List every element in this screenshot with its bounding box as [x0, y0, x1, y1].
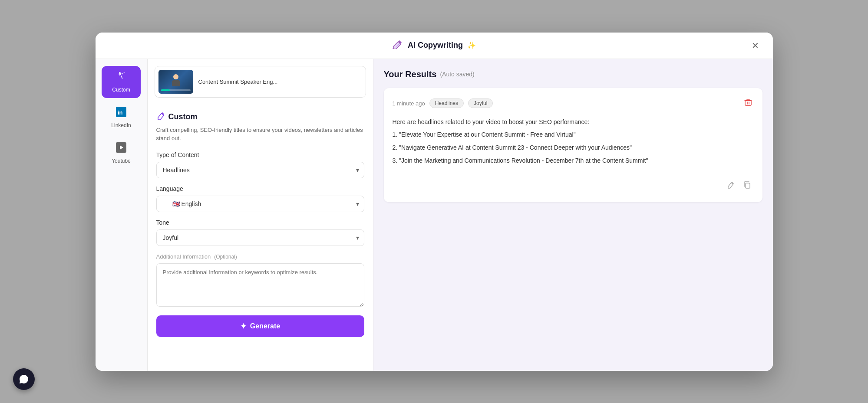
results-header: Your Results (Auto saved): [384, 69, 762, 79]
video-card[interactable]: Content Summit Speaker Eng...: [155, 66, 366, 98]
person-head: [173, 74, 178, 79]
tone-label: Tone: [156, 219, 364, 226]
sidebar-item-youtube[interactable]: Youtube: [102, 137, 141, 169]
section-description: Craft compelling, SEO-friendly titles to…: [156, 126, 364, 143]
modal-close-button[interactable]: ✕: [749, 39, 762, 52]
video-thumbnail: [158, 70, 193, 94]
section-wand-icon: [156, 111, 165, 122]
video-title: Content Summit Speaker Eng...: [198, 79, 278, 85]
progress-bar-track: [161, 89, 191, 91]
sidebar: Custom in LinkedIn: [96, 59, 148, 371]
wand-icon: [116, 71, 126, 84]
sidebar-item-custom[interactable]: Custom: [102, 66, 141, 98]
results-autosave: (Auto saved): [440, 71, 474, 78]
result-tag-headlines: Headlines: [429, 98, 464, 108]
result-line-1: 1. "Elevate Your Expertise at our Conten…: [393, 130, 754, 140]
chat-bubble-button[interactable]: [13, 368, 35, 390]
content-type-select-wrapper: Headlines Blog Post Social Media Email S…: [156, 162, 364, 178]
result-card: 1 minute ago Headlines Joyful: [384, 88, 762, 202]
additional-info-group: Additional Information (Optional): [156, 253, 364, 308]
content-type-group: Type of Content Headlines Blog Post Soci…: [156, 151, 364, 178]
generate-button[interactable]: ✦ Generate: [156, 315, 364, 337]
svg-rect-8: [746, 183, 750, 188]
section-title: Custom: [168, 112, 198, 121]
person-figure: [169, 74, 182, 89]
additional-info-textarea[interactable]: [156, 263, 364, 307]
result-edit-button[interactable]: [724, 178, 737, 193]
result-delete-button[interactable]: [743, 97, 754, 110]
additional-info-label: Additional Information (Optional): [156, 253, 364, 260]
modal-title-area: AI Copywriting ✨: [392, 39, 476, 52]
tone-select[interactable]: Joyful Professional Casual Formal Humoro…: [156, 229, 364, 246]
modal-backdrop: AI Copywriting ✨ ✕ Custom: [0, 0, 868, 403]
content-type-label: Type of Content: [156, 151, 364, 158]
center-content: Custom Craft compelling, SEO-friendly ti…: [148, 105, 373, 344]
sidebar-item-youtube-label: Youtube: [112, 158, 131, 164]
ai-copywriting-modal: AI Copywriting ✨ ✕ Custom: [96, 33, 773, 371]
modal-body: Custom in LinkedIn: [96, 59, 773, 371]
svg-rect-5: [745, 101, 751, 105]
result-timestamp: 1 minute ago: [393, 100, 425, 107]
result-copy-button[interactable]: [741, 178, 754, 193]
sidebar-item-custom-label: Custom: [112, 87, 130, 93]
sidebar-item-linkedin[interactable]: in LinkedIn: [102, 102, 141, 134]
language-select[interactable]: 🇬🇧 English 🇪🇸 Spanish 🇫🇷 French 🇩🇪 Germa…: [156, 196, 364, 212]
linkedin-icon: in: [116, 107, 126, 120]
result-content: Here are headlines related to your video…: [393, 117, 754, 166]
tone-select-wrapper: Joyful Professional Casual Formal Humoro…: [156, 229, 364, 246]
result-tag-joyful: Joyful: [468, 98, 493, 108]
youtube-icon: [116, 142, 126, 155]
result-card-header: 1 minute ago Headlines Joyful: [393, 97, 754, 110]
sidebar-item-linkedin-label: LinkedIn: [111, 122, 131, 128]
result-line-2: 2. "Navigate Generative AI at Content Su…: [393, 143, 754, 153]
section-header: Custom: [156, 111, 364, 122]
language-select-wrapper: 🇬🇧 English 🇪🇸 Spanish 🇫🇷 French 🇩🇪 Germa…: [156, 196, 364, 212]
svg-text:in: in: [118, 109, 123, 116]
center-panel: Content Summit Speaker Eng... Custom: [148, 59, 373, 371]
pencil-icon: [392, 39, 403, 52]
modal-title: AI Copywriting: [408, 41, 463, 50]
result-actions: [393, 173, 754, 193]
results-panel: Your Results (Auto saved) 1 minute ago H…: [373, 59, 773, 371]
results-title: Your Results: [384, 69, 437, 79]
generate-sparkle-icon: ✦: [240, 321, 247, 331]
modal-header: AI Copywriting ✨ ✕: [96, 33, 773, 59]
language-group: Language 🇬🇧 English 🇪🇸 Spanish 🇫🇷 French…: [156, 185, 364, 212]
person-body: [172, 80, 180, 86]
language-label: Language: [156, 185, 364, 192]
generate-label: Generate: [250, 322, 280, 330]
content-type-select[interactable]: Headlines Blog Post Social Media Email S…: [156, 162, 364, 178]
result-intro: Here are headlines related to your video…: [393, 117, 754, 128]
progress-bar-fill: [161, 89, 170, 91]
sparkle-icon: ✨: [467, 41, 476, 49]
result-line-3: 3. "Join the Marketing and Communication…: [393, 156, 754, 166]
tone-group: Tone Joyful Professional Casual Formal H…: [156, 219, 364, 246]
